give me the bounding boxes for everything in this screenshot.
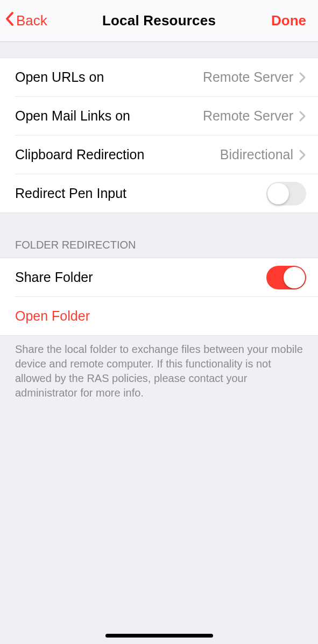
row-value: Remote Server	[203, 108, 293, 124]
row-value: Bidirectional	[220, 147, 293, 162]
page-title: Local Resources	[102, 12, 216, 29]
section-spacer	[0, 42, 318, 58]
done-button[interactable]: Done	[271, 12, 306, 29]
switch-knob	[284, 267, 305, 288]
settings-group-general: Open URLs on Remote Server Open Mail Lin…	[0, 58, 318, 213]
chevron-right-icon	[299, 111, 306, 122]
open-folder-button[interactable]: Open Folder	[15, 308, 90, 324]
home-indicator[interactable]	[105, 634, 213, 638]
settings-group-folder: Share Folder Open Folder	[0, 258, 318, 336]
back-button[interactable]: Back	[4, 11, 47, 30]
navbar: Back Local Resources Done	[0, 0, 318, 42]
switch-knob	[267, 183, 289, 204]
row-label: Share Folder	[15, 270, 93, 285]
row-redirect-pen-input: Redirect Pen Input	[0, 174, 318, 213]
redirect-pen-input-toggle[interactable]	[266, 182, 306, 206]
row-value: Remote Server	[203, 69, 293, 85]
row-label: Clipboard Redirection	[15, 147, 144, 162]
chevron-right-icon	[299, 150, 306, 160]
section-header-folder-redirection: FOLDER REDIRECTION	[0, 213, 318, 258]
row-open-folder[interactable]: Open Folder	[0, 297, 318, 335]
row-open-mail-links[interactable]: Open Mail Links on Remote Server	[0, 97, 318, 135]
row-clipboard-redirection[interactable]: Clipboard Redirection Bidirectional	[0, 136, 318, 174]
section-footer-folder-redirection: Share the local folder to exchange files…	[0, 336, 318, 407]
row-label: Redirect Pen Input	[15, 186, 126, 201]
share-folder-toggle[interactable]	[266, 266, 306, 289]
row-label: Open URLs on	[15, 69, 104, 85]
back-label: Back	[16, 12, 47, 29]
row-share-folder: Share Folder	[0, 258, 318, 296]
row-open-urls[interactable]: Open URLs on Remote Server	[0, 58, 318, 96]
chevron-right-icon	[299, 72, 306, 83]
row-label: Open Mail Links on	[15, 108, 130, 124]
chevron-left-icon	[4, 11, 16, 30]
